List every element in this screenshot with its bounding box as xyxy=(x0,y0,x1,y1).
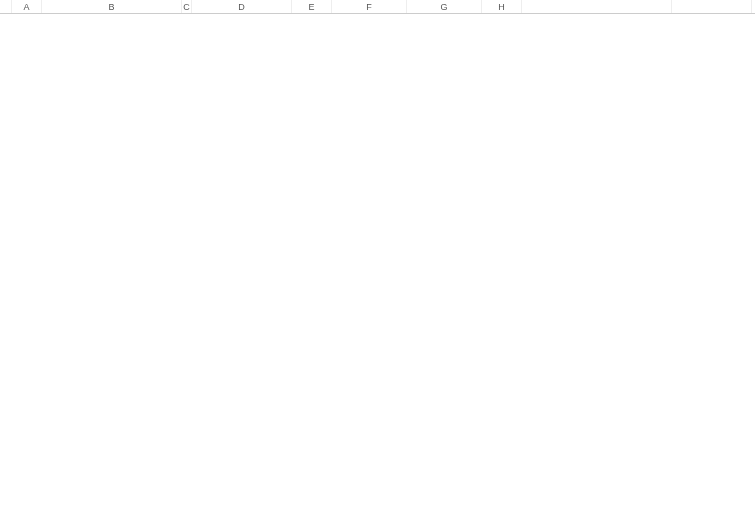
spreadsheet[interactable]: ABCDEFGH 1234567891011121314151617181920… xyxy=(0,0,755,14)
column-header-row: ABCDEFGH xyxy=(0,0,755,14)
